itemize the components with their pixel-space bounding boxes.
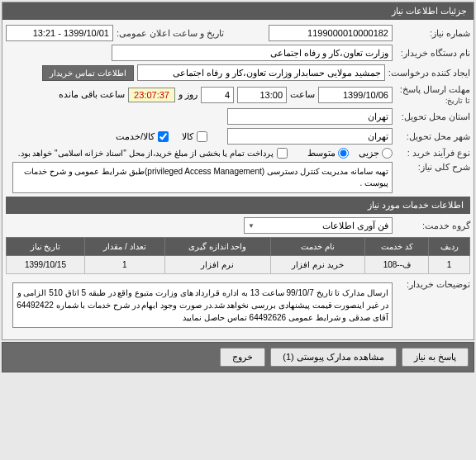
days-input[interactable] <box>201 87 234 103</box>
th-row: ردیف <box>429 238 470 256</box>
need-desc-label: شرح کلی نیاز: <box>396 162 470 173</box>
buyer-notes-label: توضیحات خریدار: <box>396 279 470 290</box>
panel-title: جزئیات اطلاعات نیاز <box>2 2 474 20</box>
th-unit: واحد اندازه گیری <box>164 238 270 256</box>
creator-label: ایجاد کننده درخواست: <box>388 68 470 78</box>
radio-small[interactable] <box>382 148 393 159</box>
buyer-org-label: نام دستگاه خریدار: <box>396 48 470 59</box>
need-desc-box[interactable]: تهیه سامانه مدیریت کنترل دسترسی (privile… <box>12 162 393 193</box>
th-qty: تعداد / مقدار <box>84 238 164 256</box>
main-panel: جزئیات اطلاعات نیاز شماره نیاز: تاریخ و … <box>2 2 474 340</box>
creator-input[interactable] <box>137 64 385 81</box>
attachments-button[interactable]: مشاهده مدارک پیوستی (1) <box>270 348 397 367</box>
table-row[interactable]: 1 ف--108 خرید نرم افزار نرم افزار 1 1399… <box>7 256 470 274</box>
province-label: استان محل تحویل: <box>396 111 470 122</box>
countdown-timer: 23:07:37 <box>128 88 175 102</box>
reply-button[interactable]: پاسخ به نیاز <box>402 348 469 367</box>
goods-label: کالا <box>182 131 193 142</box>
need-number-label: شماره نیاز: <box>396 28 470 39</box>
time-label: ساعت <box>290 89 315 100</box>
announce-dt-input[interactable] <box>6 25 113 41</box>
th-code: کد خدمت <box>365 238 429 256</box>
services-table: ردیف کد خدمت نام خدمت واحد اندازه گیری ت… <box>6 237 470 274</box>
province-input[interactable] <box>227 108 393 125</box>
deadline-label: مهلت ارسال پاسخ:تا تاریخ: <box>396 84 470 105</box>
buyer-org-input[interactable] <box>112 45 393 61</box>
service-group-dropdown[interactable]: فن آوری اطلاعات <box>244 217 393 234</box>
th-name: نام خدمت <box>270 238 365 256</box>
remaining-label: ساعت باقی مانده <box>59 89 125 100</box>
button-bar: پاسخ به نیاز مشاهده مدارک پیوستی (1) خرو… <box>2 342 474 372</box>
deadline-date-input[interactable] <box>318 87 393 103</box>
radio-medium[interactable] <box>338 148 349 159</box>
city-input[interactable] <box>227 128 393 145</box>
goods-service-label: کالا/خدمت <box>116 131 155 142</box>
buyer-contact-button[interactable]: اطلاعات تماس خریدار <box>42 65 134 81</box>
need-number-input[interactable] <box>269 25 393 41</box>
buyer-notes-box[interactable]: ارسال مدارک تا تاریخ 99/10/7 ساعت 13 به … <box>12 282 393 328</box>
th-date: تاریخ نیاز <box>7 238 85 256</box>
services-section-header: اطلاعات خدمات مورد نیاز <box>6 197 470 214</box>
table-header-row: ردیف کد خدمت نام خدمت واحد اندازه گیری ت… <box>7 238 470 256</box>
days-label: روز و <box>178 89 198 100</box>
form-body: شماره نیاز: تاریخ و ساعت اعلان عمومی: نا… <box>2 20 474 339</box>
deadline-time-input[interactable] <box>237 87 287 103</box>
announce-dt-label: تاریخ و ساعت اعلان عمومی: <box>117 28 224 39</box>
payment-note: پرداخت تمام یا بخشی از مبلغ خرید،از محل … <box>18 149 274 158</box>
city-label: شهر محل تحویل: <box>396 131 470 142</box>
exit-button[interactable]: خروج <box>220 348 265 367</box>
goods-checkbox[interactable] <box>197 131 207 142</box>
goods-service-checkbox[interactable] <box>158 131 169 142</box>
service-group-label: گروه خدمت: <box>396 221 470 231</box>
payment-checkbox[interactable] <box>277 148 288 159</box>
purchase-type-label: نوع فرآیند خرید : <box>396 148 470 159</box>
